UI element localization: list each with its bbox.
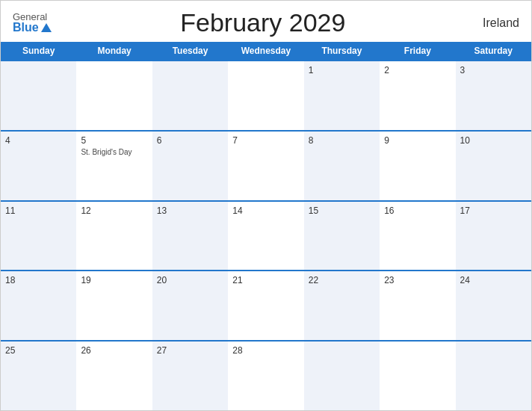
day-number-10: 10 — [460, 135, 527, 146]
day-number-7: 7 — [232, 135, 299, 146]
logo: General Blue — [13, 12, 52, 34]
day-number-28: 28 — [232, 345, 299, 356]
day-number-14: 14 — [232, 206, 299, 216]
day-number-16: 16 — [384, 206, 451, 216]
day-cell-10: 10 — [456, 132, 531, 200]
header-wednesday: Wednesday — [228, 42, 303, 60]
day-cell-17: 17 — [456, 202, 531, 271]
header-friday: Friday — [380, 42, 455, 60]
day-number-3: 3 — [460, 65, 527, 75]
day-cell-empty-1 — [1, 61, 76, 130]
day-cell-empty-5 — [304, 342, 380, 410]
day-cell-3: 3 — [456, 61, 531, 130]
day-number-27: 27 — [157, 345, 223, 356]
header-sunday: Sunday — [1, 42, 76, 60]
day-cell-24: 24 — [456, 271, 531, 340]
day-cell-15: 15 — [304, 202, 380, 271]
logo-blue-text: Blue — [13, 22, 52, 34]
day-number-25: 25 — [5, 345, 72, 356]
day-cell-8: 8 — [304, 132, 380, 200]
day-cell-23: 23 — [380, 271, 455, 340]
day-cell-14: 14 — [228, 202, 303, 271]
day-cell-empty-4 — [228, 61, 303, 130]
day-number-4: 4 — [5, 135, 72, 146]
day-cell-4: 4 — [1, 132, 76, 200]
day-cell-16: 16 — [380, 202, 455, 271]
day-cell-2: 2 — [380, 61, 455, 130]
day-cell-18: 18 — [1, 271, 76, 340]
day-number-19: 19 — [81, 275, 147, 285]
day-number-9: 9 — [384, 135, 451, 146]
days-of-week-header: Sunday Monday Tuesday Wednesday Thursday… — [1, 42, 531, 60]
day-cell-5: 5 St. Brigid's Day — [76, 132, 152, 200]
calendar-grid: 1 2 3 4 5 St. Brigid's Day 6 7 — [1, 60, 531, 410]
day-number-15: 15 — [309, 206, 375, 216]
day-number-13: 13 — [157, 206, 223, 216]
week-row-5: 25 26 27 28 — [1, 340, 531, 410]
day-number-21: 21 — [232, 275, 299, 285]
calendar-title: February 2029 — [52, 8, 474, 37]
day-number-23: 23 — [384, 275, 451, 285]
week-row-2: 4 5 St. Brigid's Day 6 7 8 9 10 — [1, 130, 531, 200]
day-number-2: 2 — [384, 65, 451, 75]
day-event-5: St. Brigid's Day — [81, 147, 147, 157]
calendar-header: General Blue February 2029 Ireland — [1, 1, 531, 42]
day-cell-7: 7 — [228, 132, 303, 200]
day-cell-empty-2 — [76, 61, 152, 130]
day-number-26: 26 — [81, 345, 147, 356]
logo-triangle-icon — [41, 23, 52, 32]
day-cell-19: 19 — [76, 271, 152, 340]
day-number-11: 11 — [5, 206, 72, 216]
header-saturday: Saturday — [456, 42, 531, 60]
day-cell-22: 22 — [304, 271, 380, 340]
day-number-20: 20 — [157, 275, 223, 285]
day-cell-13: 13 — [152, 202, 228, 271]
day-cell-21: 21 — [228, 271, 303, 340]
day-number-6: 6 — [157, 135, 223, 146]
calendar-container: General Blue February 2029 Ireland Sunda… — [0, 0, 532, 411]
day-cell-9: 9 — [380, 132, 455, 200]
day-cell-28: 28 — [228, 342, 303, 410]
day-cell-empty-7 — [456, 342, 531, 410]
week-row-4: 18 19 20 21 22 23 24 — [1, 270, 531, 340]
week-row-3: 11 12 13 14 15 16 17 — [1, 200, 531, 271]
day-cell-12: 12 — [76, 202, 152, 271]
day-number-5: 5 — [81, 135, 147, 146]
country-label: Ireland — [474, 16, 519, 30]
day-cell-11: 11 — [1, 202, 76, 271]
day-number-24: 24 — [460, 275, 527, 285]
header-thursday: Thursday — [304, 42, 380, 60]
day-cell-25: 25 — [1, 342, 76, 410]
day-cell-empty-3 — [152, 61, 228, 130]
day-number-17: 17 — [460, 206, 527, 216]
header-tuesday: Tuesday — [152, 42, 228, 60]
day-cell-empty-6 — [380, 342, 455, 410]
day-number-22: 22 — [309, 275, 375, 285]
day-number-8: 8 — [309, 135, 375, 146]
day-cell-27: 27 — [152, 342, 228, 410]
day-number-1: 1 — [309, 65, 375, 75]
day-cell-20: 20 — [152, 271, 228, 340]
day-cell-26: 26 — [76, 342, 152, 410]
week-row-1: 1 2 3 — [1, 60, 531, 130]
day-cell-1: 1 — [304, 61, 380, 130]
day-number-12: 12 — [81, 206, 147, 216]
day-cell-6: 6 — [152, 132, 228, 200]
header-monday: Monday — [76, 42, 152, 60]
day-number-18: 18 — [5, 275, 72, 285]
